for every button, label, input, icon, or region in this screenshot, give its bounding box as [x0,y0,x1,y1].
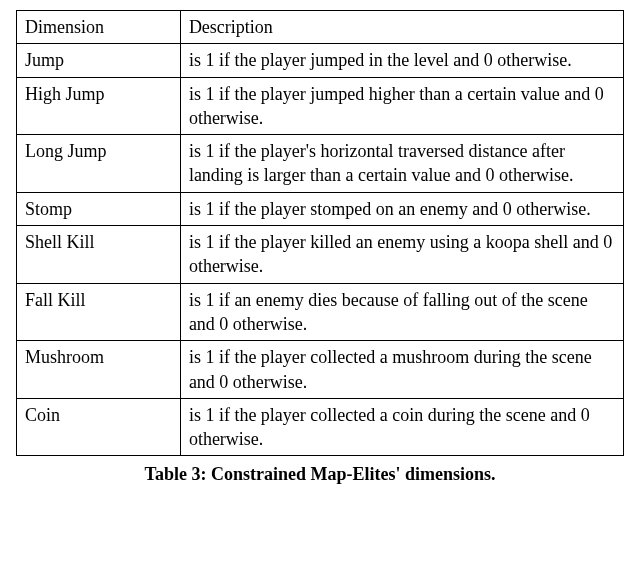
cell-description: is 1 if the player collected a coin duri… [180,398,623,456]
cell-description: is 1 if an enemy dies because of falling… [180,283,623,341]
dimensions-table: Dimension Description Jump is 1 if the p… [16,10,624,456]
table-row: Coin is 1 if the player collected a coin… [17,398,624,456]
cell-description: is 1 if the player's horizontal traverse… [180,135,623,193]
table-row: Mushroom is 1 if the player collected a … [17,341,624,399]
header-dimension: Dimension [17,11,181,44]
table-row: High Jump is 1 if the player jumped high… [17,77,624,135]
cell-dimension: Jump [17,44,181,77]
cell-description: is 1 if the player jumped higher than a … [180,77,623,135]
cell-dimension: Fall Kill [17,283,181,341]
cell-dimension: Mushroom [17,341,181,399]
table-container: Dimension Description Jump is 1 if the p… [16,10,624,487]
table-row: Fall Kill is 1 if an enemy dies because … [17,283,624,341]
cell-description: is 1 if the player killed an enemy using… [180,226,623,284]
table-header-row: Dimension Description [17,11,624,44]
table-row: Shell Kill is 1 if the player killed an … [17,226,624,284]
cell-description: is 1 if the player jumped in the level a… [180,44,623,77]
table-row: Jump is 1 if the player jumped in the le… [17,44,624,77]
table-row: Stomp is 1 if the player stomped on an e… [17,192,624,225]
cell-description: is 1 if the player stomped on an enemy a… [180,192,623,225]
cell-dimension: High Jump [17,77,181,135]
header-description: Description [180,11,623,44]
cell-dimension: Shell Kill [17,226,181,284]
cell-dimension: Stomp [17,192,181,225]
cell-dimension: Long Jump [17,135,181,193]
table-row: Long Jump is 1 if the player's horizonta… [17,135,624,193]
cell-dimension: Coin [17,398,181,456]
cell-description: is 1 if the player collected a mushroom … [180,341,623,399]
table-caption: Table 3: Constrained Map-Elites' dimensi… [16,462,624,486]
